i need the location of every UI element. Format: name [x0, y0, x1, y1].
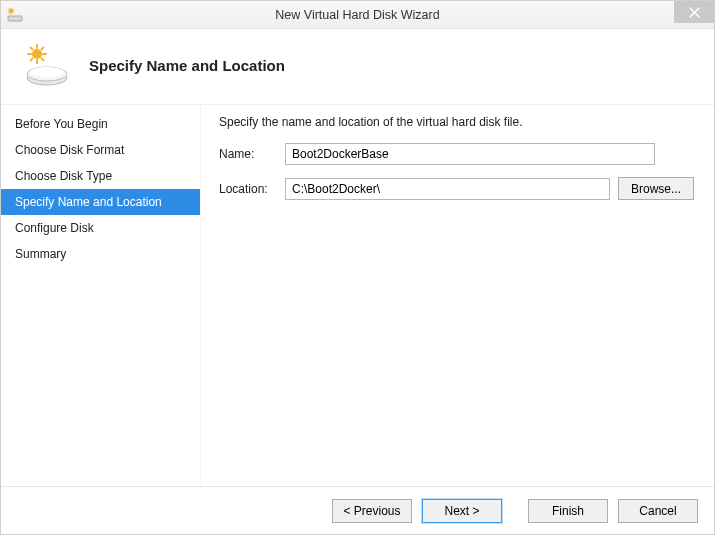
cancel-button[interactable]: Cancel	[618, 499, 698, 523]
window-close-button[interactable]	[674, 1, 714, 23]
location-input[interactable]	[285, 178, 610, 200]
next-button[interactable]: Next >	[422, 499, 502, 523]
svg-rect-0	[8, 16, 22, 21]
wizard-steps: Before You Begin Choose Disk Format Choo…	[1, 105, 201, 486]
step-before-you-begin[interactable]: Before You Begin	[1, 111, 200, 137]
name-row: Name:	[219, 143, 694, 165]
browse-button[interactable]: Browse...	[618, 177, 694, 200]
step-configure-disk[interactable]: Configure Disk	[1, 215, 200, 241]
previous-button[interactable]: < Previous	[332, 499, 412, 523]
step-choose-disk-format[interactable]: Choose Disk Format	[1, 137, 200, 163]
titlebar: New Virtual Hard Disk Wizard	[1, 1, 714, 29]
wizard-footer: < Previous Next > Finish Cancel	[1, 486, 714, 534]
page-title: Specify Name and Location	[89, 57, 285, 74]
instruction-text: Specify the name and location of the vir…	[219, 115, 694, 129]
name-input[interactable]	[285, 143, 655, 165]
name-label: Name:	[219, 147, 277, 161]
svg-point-4	[30, 67, 64, 77]
location-label: Location:	[219, 182, 277, 196]
finish-button[interactable]: Finish	[528, 499, 608, 523]
step-choose-disk-type[interactable]: Choose Disk Type	[1, 163, 200, 189]
window-title: New Virtual Hard Disk Wizard	[1, 8, 714, 22]
wizard-header-icon	[23, 42, 71, 90]
location-row: Location: Browse...	[219, 177, 694, 200]
wizard-title-icon	[7, 7, 23, 23]
svg-point-5	[32, 49, 42, 59]
wizard-content: Specify the name and location of the vir…	[201, 105, 714, 486]
step-specify-name-and-location[interactable]: Specify Name and Location	[1, 189, 200, 215]
step-summary[interactable]: Summary	[1, 241, 200, 267]
wizard-header: Specify Name and Location	[1, 29, 714, 105]
